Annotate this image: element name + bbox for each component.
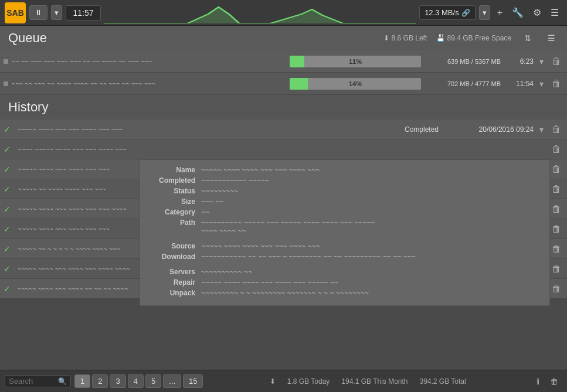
queue-list: ~~ ~~ ~~~ ~~~ ~~~ ~~~ ~~ ~~ ~~~~ ~~ ~~~ …	[0, 50, 567, 95]
queue-progress: 11% 639 MB / 5367 MB	[290, 56, 501, 67]
detail-source-label: Source	[148, 242, 201, 250]
detail-unpack-row: Unpack ~~~~~~~~~ ~ ~ ~~~~~~~~ ~~~~~~~ ~ …	[148, 289, 541, 297]
detail-repair-value: ~~~~~ ~~~~ ~~~~ ~~~ ~~~~ ~~~ ~~~~~ ~~	[201, 278, 541, 287]
row-pause-icon	[4, 59, 8, 64]
history-item-name: ~~~~ ~~~~~ ~~~~ ~~~ ~~~ ~~~~ ~~~	[18, 146, 384, 153]
queue-item-name: ~~~ ~~ ~~~ ~~ ~~~~ ~~~~ ~~ ~~ ~~~ ~~ ~~~…	[12, 80, 286, 87]
queue-menu-button[interactable]: ☰	[544, 31, 559, 45]
history-item-delete[interactable]: 🗑	[549, 203, 563, 216]
speed-value: 12.3 MB/s	[425, 8, 459, 17]
detail-category-label: Category	[148, 208, 201, 216]
history-item-date: 20/06/2016 09:24	[451, 125, 534, 134]
queue-item-delete[interactable]: 🗑	[549, 77, 563, 90]
add-button[interactable]: +	[494, 5, 506, 21]
queue-item: ~~ ~~ ~~~ ~~~ ~~~ ~~~ ~~ ~~ ~~~~ ~~ ~~~ …	[0, 50, 567, 73]
checkmark-icon: ✓	[4, 224, 14, 234]
gear-button[interactable]: ⚙	[529, 5, 545, 21]
detail-size-label: Size	[148, 197, 201, 206]
search-box: 🔍	[5, 375, 71, 387]
bottom-icons: ℹ 🗑	[532, 375, 562, 388]
detail-path-value: ~~~~~~~~~~ ~~~~~ ~~~ ~~~~~ ~~~~ ~~~~ ~~~…	[201, 219, 541, 235]
detail-source-value: ~~~~~ ~~~~ ~~~~ ~~~ ~~~ ~~~~ ~~~	[201, 242, 541, 250]
history-item-delete[interactable]: 🗑	[549, 282, 563, 295]
queue-progress: 14% 702 MB / 4777 MB	[290, 78, 501, 90]
history-item-delete[interactable]: 🗑	[549, 263, 563, 275]
history-section-header: History	[0, 95, 567, 120]
detail-size-value: ~~~ ~~	[201, 197, 541, 206]
page-button-2[interactable]: 2	[92, 374, 108, 388]
page-button-...[interactable]: ...	[163, 374, 181, 388]
history-item-delete[interactable]: 🗑	[549, 143, 563, 156]
progress-label: 14%	[349, 80, 362, 87]
history-item-delete[interactable]: 🗑	[549, 183, 563, 196]
detail-status-label: Status	[148, 187, 201, 195]
detail-status-row: Status ~~~~~~~~~	[148, 187, 541, 195]
topbar: SAB ⏸ ▾ 11:57 12.3 MB/s 🔗 ▾ + 🔧 ⚙ ☰	[0, 0, 567, 26]
queue-title: Queue	[8, 30, 47, 46]
speed-dropdown-button[interactable]: ▾	[479, 5, 490, 20]
topbar-actions: + 🔧 ⚙ ☰	[494, 5, 562, 21]
detail-repair-row: Repair ~~~~~ ~~~~ ~~~~ ~~~ ~~~~ ~~~ ~~~~…	[148, 278, 541, 287]
pause-button[interactable]: ⏸	[29, 5, 47, 20]
history-item-expand[interactable]: ▾	[537, 124, 546, 135]
delete-all-button[interactable]: 🗑	[546, 375, 562, 388]
detail-completed-label: Completed	[148, 176, 201, 185]
queue-left: ⬇ 8.6 GB Left	[383, 34, 427, 42]
today-stat: 1.8 GB Today	[287, 377, 330, 386]
checkmark-icon: ✓	[4, 264, 14, 274]
wrench-button[interactable]: 🔧	[508, 5, 527, 21]
sort-button[interactable]: ⇅	[521, 31, 535, 45]
history-item-delete[interactable]: 🗑	[549, 223, 563, 236]
hdd-icon: 💾	[436, 34, 445, 42]
page-button-1[interactable]: 1	[74, 374, 90, 388]
detail-category-value: ~~	[201, 208, 541, 216]
page-button-15[interactable]: 15	[183, 374, 203, 388]
link-icon: 🔗	[461, 9, 470, 17]
logo-icon: SAB	[5, 2, 26, 23]
queue-item-delete[interactable]: 🗑	[549, 55, 563, 68]
detail-unpack-value: ~~~~~~~~~ ~ ~ ~~~~~~~~ ~~~~~~~ ~ ~ ~ ~~~…	[201, 289, 541, 297]
page-button-5[interactable]: 5	[145, 374, 161, 388]
queue-item-expand[interactable]: ▾	[537, 56, 546, 67]
dropdown-chevron-button[interactable]: ▾	[51, 5, 62, 20]
menu-button[interactable]: ☰	[547, 5, 562, 21]
history-item-delete[interactable]: 🗑	[549, 243, 563, 255]
history-item-delete[interactable]: 🗑	[549, 123, 563, 136]
page-button-3[interactable]: 3	[110, 374, 125, 388]
detail-unpack-label: Unpack	[148, 289, 201, 297]
detail-download-label: Download	[148, 253, 201, 261]
download-icon: ⬇	[383, 34, 389, 42]
detail-servers-label: Servers	[148, 268, 201, 276]
detail-download-value: ~~~~~~~~~~~ ~~ ~~ ~~~ ~ ~~~~~~~~ ~~ ~~ ~…	[201, 253, 541, 261]
checkmark-icon: ✓	[4, 284, 14, 294]
speed-chart	[104, 2, 416, 23]
queue-item-time: 6:23	[504, 57, 534, 66]
queue-item-time: 11:54	[504, 80, 534, 88]
month-stat: 194.1 GB This Month	[341, 377, 408, 386]
info-button[interactable]: ℹ	[532, 375, 544, 388]
detail-size-row: Size ~~~ ~~	[148, 197, 541, 206]
queue-item-name: ~~ ~~ ~~~ ~~~ ~~~ ~~~ ~~ ~~ ~~~~ ~~ ~~~ …	[12, 58, 286, 65]
history-item-name: ~~~~~ ~~~~ ~~~ ~~~ ~~~~ ~~~ ~~~	[18, 126, 392, 133]
history-title: History	[8, 100, 48, 114]
row-pause-icon	[4, 81, 8, 86]
download-icon-bottom: ⬇	[270, 377, 276, 386]
checkmark-icon: ✓	[4, 165, 14, 174]
checkmark-icon: ✓	[4, 244, 14, 254]
progress-bar: 11%	[290, 56, 421, 67]
history-item: ✓ ~~~~~ ~~~~ ~~~ ~~~ ~~~~ ~~~ ~~~ Comple…	[0, 120, 567, 139]
timer-display: 11:57	[66, 5, 101, 21]
detail-category-row: Category ~~	[148, 208, 541, 216]
speed-display: 12.3 MB/s 🔗	[419, 5, 476, 20]
search-input[interactable]	[9, 377, 56, 386]
detail-servers-row: Servers ~~~~~~~~~~ ~~	[148, 268, 541, 276]
detail-status-value: ~~~~~~~~~	[201, 187, 541, 195]
history-item-delete[interactable]: 🗑	[549, 163, 563, 176]
total-stat: 394.2 GB Total	[420, 377, 466, 386]
search-icon: 🔍	[58, 377, 67, 386]
detail-download-row: Download ~~~~~~~~~~~ ~~ ~~ ~~~ ~ ~~~~~~~…	[148, 253, 541, 261]
detail-source-row: Source ~~~~~ ~~~~ ~~~~ ~~~ ~~~ ~~~~ ~~~	[148, 242, 541, 250]
progress-fill	[290, 78, 308, 90]
page-button-4[interactable]: 4	[128, 374, 144, 388]
queue-item-expand[interactable]: ▾	[537, 78, 546, 90]
